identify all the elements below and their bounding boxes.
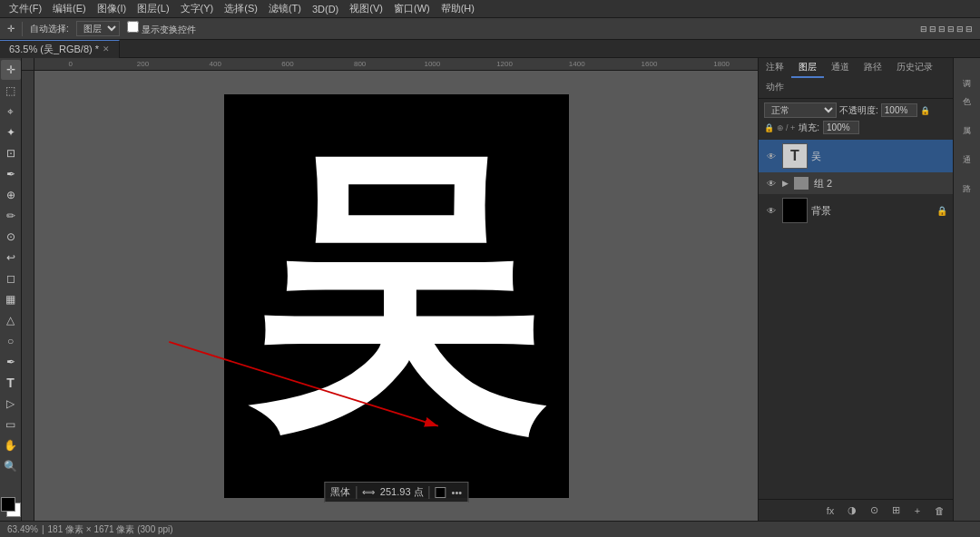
new-layer-button[interactable]: + bbox=[909, 503, 926, 519]
panel-tab-layers[interactable]: 图层 bbox=[791, 58, 824, 78]
move-tool[interactable]: ✛ bbox=[1, 60, 21, 80]
panel-tab-channels[interactable]: 通道 bbox=[824, 58, 857, 78]
left-toolbar: ✛ ⬚ ⌖ ✦ ⊡ ✒ ⊕ ✏ ⊙ ↩ ◻ ▦ △ ○ ✒ T ▷ ▭ ✋ 🔍 bbox=[0, 58, 22, 521]
dodge-tool[interactable]: ○ bbox=[1, 331, 21, 351]
menu-3d[interactable]: 3D(D) bbox=[307, 4, 344, 15]
layer-item-group2[interactable]: 👁 ▶ 组 2 bbox=[759, 172, 953, 194]
ruler-top-ticks: 0 200 400 600 800 1000 1200 1400 1600 18… bbox=[34, 58, 758, 70]
fill-row: 🔒 ⊕ / + 填充: bbox=[764, 121, 947, 134]
mini-btn-path[interactable]: 路 bbox=[956, 178, 978, 200]
magic-wand-tool[interactable]: ✦ bbox=[1, 122, 21, 142]
layer-thumb-background bbox=[782, 198, 808, 223]
layer-eye-group2[interactable]: 👁 bbox=[764, 176, 779, 190]
panel-bottom-icons: fx ◑ ⊙ ⊞ + 🗑 bbox=[759, 499, 953, 521]
statusbar: 63.49% | 181 像素 × 1671 像素 (300 ppi) bbox=[0, 521, 980, 537]
fill-input[interactable] bbox=[823, 121, 859, 134]
document-tab[interactable]: 63.5% (吴_RGB/8) * ✕ bbox=[0, 40, 120, 58]
panel-tab-actions[interactable]: 动作 bbox=[759, 78, 791, 98]
chinese-character-wu: 吴 bbox=[251, 151, 542, 441]
brush-tool[interactable]: ✏ bbox=[1, 206, 21, 226]
font-size-value: 251.93 点 bbox=[380, 485, 424, 499]
mini-btn-adjust[interactable]: 调 bbox=[956, 62, 978, 83]
adjustment-button[interactable]: ⊙ bbox=[866, 503, 882, 519]
zoom-tool[interactable]: 🔍 bbox=[1, 456, 21, 476]
menu-layer[interactable]: 图层(L) bbox=[132, 2, 174, 15]
layer-thumb-wu: T bbox=[782, 143, 808, 169]
statusbar-dimensions: 181 像素 × 1671 像素 (300 ppi) bbox=[48, 523, 173, 536]
auto-select-label: 自动选择: bbox=[26, 23, 73, 35]
mini-btn-color[interactable]: 色 bbox=[956, 91, 978, 112]
eraser-tool[interactable]: ◻ bbox=[1, 268, 21, 288]
blend-mode-row: 正常 不透明度: 🔒 bbox=[764, 103, 947, 118]
shape-tool[interactable]: ▭ bbox=[1, 415, 21, 434]
layer-lock-icon: 🔒 bbox=[936, 206, 947, 216]
document-tab-label: 63.5% (吴_RGB/8) * bbox=[9, 40, 99, 58]
opacity-input[interactable] bbox=[881, 103, 917, 117]
layer-expand-icon[interactable]: ▶ bbox=[782, 179, 789, 188]
text-options-more[interactable]: ••• bbox=[452, 487, 463, 498]
foreground-color-swatch[interactable] bbox=[1, 497, 15, 512]
group-folder-icon bbox=[794, 177, 808, 190]
align-icons: ⊟⊟⊟⊟⊟⊟ bbox=[916, 24, 976, 34]
document-tab-close[interactable]: ✕ bbox=[103, 40, 110, 58]
fx-button[interactable]: fx bbox=[822, 503, 838, 519]
layer-name-background: 背景 bbox=[811, 204, 933, 218]
path-select-tool[interactable]: ▷ bbox=[1, 394, 21, 414]
mini-btn-properties[interactable]: 属 bbox=[956, 120, 978, 142]
layer-eye-wu[interactable]: 👁 bbox=[764, 149, 779, 163]
hand-tool[interactable]: ✋ bbox=[1, 435, 21, 455]
history-brush-tool[interactable]: ↩ bbox=[1, 248, 21, 268]
panel-tab-history[interactable]: 历史记录 bbox=[889, 58, 940, 78]
mini-btn-channel[interactable]: 通 bbox=[956, 149, 978, 171]
menu-edit[interactable]: 编辑(E) bbox=[47, 2, 92, 15]
ruler-left bbox=[22, 71, 34, 521]
color-swatches[interactable] bbox=[1, 497, 21, 517]
menu-view[interactable]: 视图(V) bbox=[344, 2, 388, 15]
panel-tab-annotations[interactable]: 注释 bbox=[759, 58, 791, 78]
eyedropper-tool[interactable]: ✒ bbox=[1, 164, 21, 184]
layer-eye-background[interactable]: 👁 bbox=[764, 203, 779, 218]
spot-heal-tool[interactable]: ⊕ bbox=[1, 185, 21, 205]
panel-tab-paths[interactable]: 路径 bbox=[857, 58, 889, 78]
lock-icons: 🔒 ⊕ / + bbox=[764, 123, 795, 132]
auto-select-dropdown[interactable]: 图层 bbox=[76, 21, 120, 36]
text-tool[interactable]: T bbox=[1, 373, 21, 393]
options-bar: ✛ 自动选择: 图层 显示变换控件 ⊟⊟⊟⊟⊟⊟ bbox=[0, 18, 980, 40]
transform-checkbox[interactable] bbox=[127, 21, 139, 33]
right-mini-panel: 调 色 属 通 路 bbox=[953, 58, 980, 521]
layer-item-wu[interactable]: 👁 T 吴 bbox=[759, 140, 953, 172]
clone-tool[interactable]: ⊙ bbox=[1, 227, 21, 247]
canvas-area[interactable]: 0 200 400 600 800 1000 1200 1400 1600 18… bbox=[22, 58, 758, 521]
panel-tabs: 注释 图层 通道 路径 历史记录 动作 bbox=[759, 58, 953, 99]
canvas-document[interactable]: 吴 黑体 ⟺ 251.93 点 ••• bbox=[34, 71, 758, 521]
blend-mode-select[interactable]: 正常 bbox=[764, 103, 837, 118]
ruler-corner bbox=[22, 58, 34, 71]
layer-mask-button[interactable]: ◑ bbox=[844, 503, 860, 519]
layer-name-wu: 吴 bbox=[811, 150, 947, 163]
group-button[interactable]: ⊞ bbox=[887, 503, 904, 519]
opacity-lock-icon[interactable]: 🔒 bbox=[920, 106, 930, 115]
font-size-icon: ⟺ bbox=[362, 487, 375, 497]
menu-select[interactable]: 选择(S) bbox=[219, 2, 263, 15]
right-panel: 注释 图层 通道 路径 历史记录 动作 正常 不透明度: 🔒 🔒 ⊕ / + 填… bbox=[758, 58, 953, 521]
ruler-top: 0 200 400 600 800 1000 1200 1400 1600 18… bbox=[34, 58, 758, 71]
menu-text[interactable]: 文字(Y) bbox=[175, 2, 220, 15]
layer-item-background[interactable]: 👁 背景 🔒 bbox=[759, 194, 953, 227]
select-tool[interactable]: ⬚ bbox=[1, 81, 21, 101]
menu-window[interactable]: 窗口(W) bbox=[388, 2, 436, 15]
menu-filter[interactable]: 滤镜(T) bbox=[263, 2, 307, 15]
text-color-swatch[interactable] bbox=[436, 487, 446, 498]
menu-file[interactable]: 文件(F) bbox=[4, 2, 47, 15]
layers-top-controls: 正常 不透明度: 🔒 🔒 ⊕ / + 填充: bbox=[759, 99, 953, 138]
delete-layer-button[interactable]: 🗑 bbox=[931, 503, 947, 519]
menu-help[interactable]: 帮助(H) bbox=[436, 2, 480, 15]
crop-tool[interactable]: ⊡ bbox=[1, 143, 21, 163]
show-transform-checkbox[interactable]: 显示变换控件 bbox=[123, 21, 200, 36]
blur-tool[interactable]: △ bbox=[1, 310, 21, 330]
lasso-tool[interactable]: ⌖ bbox=[1, 102, 21, 122]
main-layout: ✛ ⬚ ⌖ ✦ ⊡ ✒ ⊕ ✏ ⊙ ↩ ◻ ▦ △ ○ ✒ T ▷ ▭ ✋ 🔍 … bbox=[0, 58, 980, 521]
gradient-tool[interactable]: ▦ bbox=[1, 289, 21, 309]
text-options-bar: 黑体 ⟺ 251.93 点 ••• bbox=[324, 482, 468, 503]
menu-image[interactable]: 图像(I) bbox=[92, 2, 132, 15]
pen-tool[interactable]: ✒ bbox=[1, 352, 21, 372]
